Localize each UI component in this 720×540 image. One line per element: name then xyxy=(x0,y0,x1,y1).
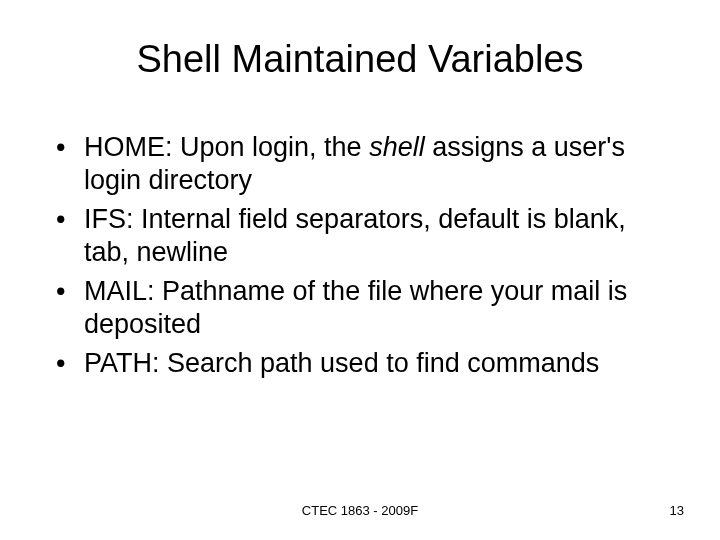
bullet-text-pre: PATH: Search path used to find commands xyxy=(84,348,599,378)
slide: Shell Maintained Variables HOME: Upon lo… xyxy=(0,0,720,540)
slide-title: Shell Maintained Variables xyxy=(50,38,670,81)
list-item: PATH: Search path used to find commands xyxy=(50,347,670,380)
list-item: IFS: Internal field separators, default … xyxy=(50,203,670,269)
page-number: 13 xyxy=(670,503,684,518)
bullet-list: HOME: Upon login, the shell assigns a us… xyxy=(50,131,670,380)
footer-text: CTEC 1863 - 2009F xyxy=(0,503,720,518)
list-item: HOME: Upon login, the shell assigns a us… xyxy=(50,131,670,197)
bullet-text-pre: IFS: Internal field separators, default … xyxy=(84,204,626,267)
list-item: MAIL: Pathname of the file where your ma… xyxy=(50,275,670,341)
bullet-text-pre: MAIL: Pathname of the file where your ma… xyxy=(84,276,627,339)
bullet-text-pre: HOME: Upon login, the xyxy=(84,132,369,162)
bullet-text-em: shell xyxy=(369,132,425,162)
